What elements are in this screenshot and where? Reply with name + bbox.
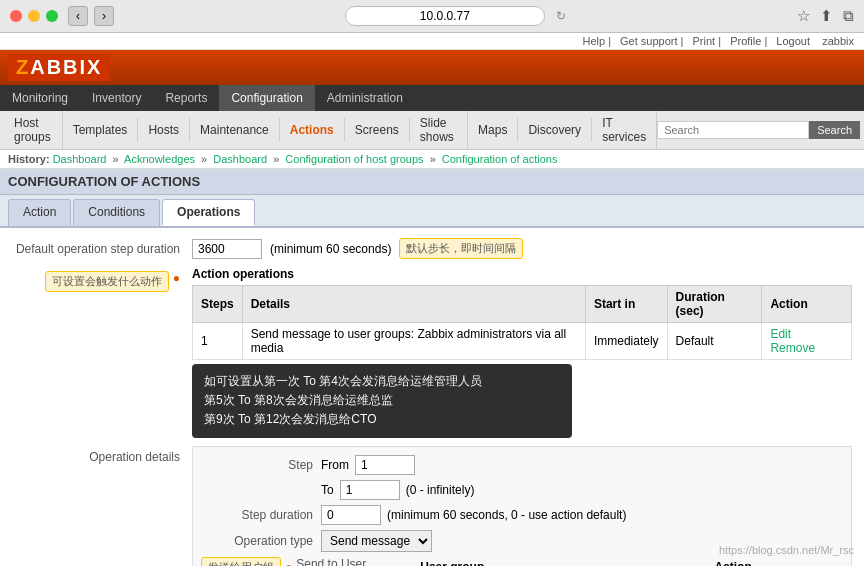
default-step-annotation: 默认步长，即时间间隔 (399, 238, 523, 259)
user-groups-table: User group Action Zabbix administrators … (412, 557, 843, 566)
profile-link[interactable]: Profile (730, 35, 761, 47)
default-step-label: Default operation step duration (12, 238, 192, 256)
zabbix-logo: ZABBIX (8, 54, 110, 81)
maximize-button[interactable] (46, 10, 58, 22)
subnav-discovery[interactable]: Discovery (518, 118, 592, 142)
traffic-lights[interactable] (10, 10, 58, 22)
breadcrumb-config-host-groups[interactable]: Configuration of host groups (285, 153, 423, 165)
operation-details-label: Operation details (12, 446, 192, 464)
subnav-slide-shows[interactable]: Slide shows (410, 111, 468, 149)
print-link[interactable]: Print (693, 35, 716, 47)
subnav-maps[interactable]: Maps (468, 118, 518, 142)
ug-col-group: User group (412, 557, 706, 566)
refresh-icon[interactable]: ↻ (556, 9, 566, 23)
zabbix-header: ZABBIX (0, 50, 864, 85)
table-row: 1 Send message to user groups: Zabbix ad… (193, 323, 852, 360)
get-support-link[interactable]: Get support (620, 35, 677, 47)
nav-reports[interactable]: Reports (153, 85, 219, 111)
col-steps: Steps (193, 286, 243, 323)
action-ops-title: Action operations (192, 267, 852, 281)
section-title: CONFIGURATION OF ACTIONS (0, 169, 864, 195)
tooltip-text: 如可设置从第一次 To 第4次会发消息给运维管理人员第5次 To 第8次会发消息… (204, 372, 560, 430)
duration-hint: (minimum 60 seconds, 0 - use action defa… (387, 508, 626, 522)
to-hint: (0 - infinitely) (406, 483, 475, 497)
tabs-bar: Action Conditions Operations (0, 195, 864, 228)
annotation-action-ops: 可设置会触发什么动作 (45, 271, 169, 292)
new-tab-icon[interactable]: ⧉ (843, 7, 854, 25)
ops-table: Steps Details Start in Duration (sec) Ac… (192, 285, 852, 360)
row-details: Send message to user groups: Zabbix admi… (242, 323, 585, 360)
row-duration: Default (667, 323, 762, 360)
col-details: Details (242, 286, 585, 323)
edit-op-link[interactable]: Edit (770, 327, 791, 341)
annotation-user-groups: 发送给用户组 (201, 557, 281, 566)
send-to-groups-row: 发送给用户组 ● Send to User groups User group … (201, 557, 843, 566)
nav-administration[interactable]: Administration (315, 85, 415, 111)
breadcrumb-dashboard[interactable]: Dashboard (53, 153, 107, 165)
col-start-in: Start in (585, 286, 667, 323)
subnav-actions[interactable]: Actions (280, 118, 345, 142)
search-input[interactable] (657, 121, 809, 139)
step-from-row: Step From (201, 455, 843, 475)
default-step-input[interactable] (192, 239, 262, 259)
help-link[interactable]: Help (582, 35, 605, 47)
subnav-maintenance[interactable]: Maintenance (190, 118, 280, 142)
watermark: https://blog.csdn.net/Mr_rsc (719, 544, 854, 556)
op-type-label: Operation type (201, 534, 321, 548)
subnav-hosts[interactable]: Hosts (138, 118, 190, 142)
op-type-select[interactable]: Send message (321, 530, 432, 552)
back-button[interactable]: ‹ (68, 6, 88, 26)
step-duration-input[interactable] (321, 505, 381, 525)
tab-conditions[interactable]: Conditions (73, 199, 160, 226)
close-button[interactable] (10, 10, 22, 22)
step-from-input[interactable] (355, 455, 415, 475)
send-groups-label: Send to User groups (292, 557, 412, 566)
row-start-in: Immediately (585, 323, 667, 360)
search-button[interactable]: Search (809, 121, 860, 139)
content-area: Default operation step duration (minimum… (0, 228, 864, 566)
subnav-host-groups[interactable]: Host groups (4, 111, 63, 149)
subnav-it-services[interactable]: IT services (592, 111, 657, 149)
ug-col-action: Action (706, 557, 843, 566)
step-duration-label: Step duration (201, 508, 321, 522)
minimize-button[interactable] (28, 10, 40, 22)
nav-configuration[interactable]: Configuration (219, 85, 314, 111)
forward-button[interactable]: › (94, 6, 114, 26)
default-step-row: Default operation step duration (minimum… (12, 238, 852, 259)
tooltip-box: 如可设置从第一次 To 第4次会发消息给运维管理人员第5次 To 第8次会发消息… (192, 364, 572, 438)
subnav-templates[interactable]: Templates (63, 118, 139, 142)
help-bar: Help | Get support | Print | Profile | L… (0, 33, 864, 50)
breadcrumb-config-actions[interactable]: Configuration of actions (442, 153, 558, 165)
bookmark-icon[interactable]: ☆ (797, 7, 810, 25)
step-to-input[interactable] (340, 480, 400, 500)
default-step-hint: (minimum 60 seconds) (270, 242, 391, 256)
main-nav: Monitoring Inventory Reports Configurati… (0, 85, 864, 111)
remove-op-link[interactable]: Remove (770, 341, 815, 355)
sub-nav: Host groups Templates Hosts Maintenance … (0, 111, 864, 150)
to-label: To (321, 483, 334, 497)
address-bar[interactable]: 10.0.0.77 (345, 6, 545, 26)
step-duration-row: Step duration (minimum 60 seconds, 0 - u… (201, 505, 843, 525)
tab-operations[interactable]: Operations (162, 199, 255, 226)
current-user: zabbix (822, 35, 854, 47)
tab-action[interactable]: Action (8, 199, 71, 226)
subnav-screens[interactable]: Screens (345, 118, 410, 142)
action-operations-row: 可设置会触发什么动作 ● Action operations Steps Det… (12, 267, 852, 438)
search-area: Search (657, 121, 860, 139)
col-duration: Duration (sec) (667, 286, 762, 323)
nav-monitoring[interactable]: Monitoring (0, 85, 80, 111)
breadcrumb-acknowledges[interactable]: Acknowledges (124, 153, 195, 165)
breadcrumb-dashboard2[interactable]: Dashboard (213, 153, 267, 165)
col-action: Action (762, 286, 852, 323)
breadcrumb: History: Dashboard » Acknowledges » Dash… (0, 150, 864, 169)
row-steps: 1 (193, 323, 243, 360)
from-label: From (321, 458, 349, 472)
step-label: Step (201, 458, 321, 472)
logout-link[interactable]: Logout (776, 35, 810, 47)
share-icon[interactable]: ⬆ (820, 7, 833, 25)
nav-inventory[interactable]: Inventory (80, 85, 153, 111)
step-to-row: To (0 - infinitely) (201, 480, 843, 500)
